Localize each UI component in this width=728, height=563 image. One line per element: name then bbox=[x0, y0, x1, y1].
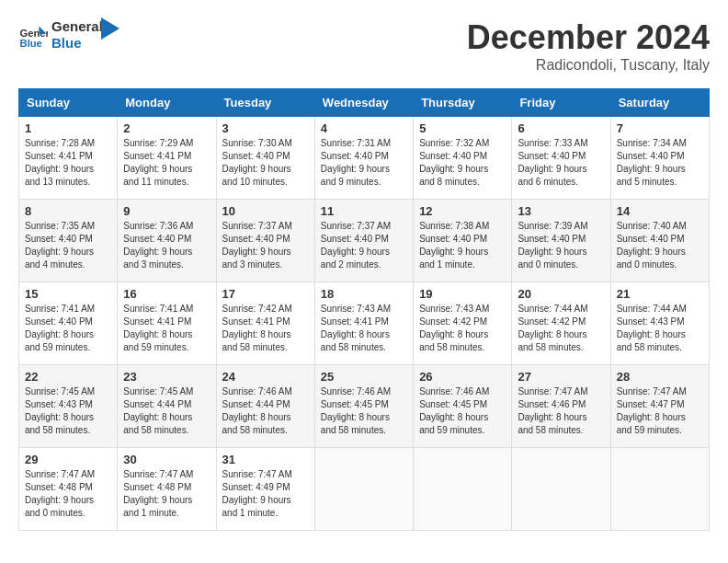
weekday-header-friday: Friday bbox=[512, 89, 610, 117]
day-info: Sunrise: 7:47 AMSunset: 4:48 PMDaylight:… bbox=[123, 468, 210, 520]
day-info: Sunrise: 7:44 AMSunset: 4:42 PMDaylight:… bbox=[518, 303, 604, 354]
day-number: 25 bbox=[321, 370, 407, 384]
day-info: Sunrise: 7:43 AMSunset: 4:41 PMDaylight:… bbox=[321, 303, 407, 354]
day-info: Sunrise: 7:38 AMSunset: 4:40 PMDaylight:… bbox=[419, 220, 506, 271]
day-info: Sunrise: 7:39 AMSunset: 4:40 PMDaylight:… bbox=[518, 220, 604, 271]
day-number: 29 bbox=[25, 453, 111, 466]
day-number: 13 bbox=[518, 204, 604, 218]
calendar-cell: 7Sunrise: 7:34 AMSunset: 4:40 PMDaylight… bbox=[610, 117, 709, 200]
weekday-header-thursday: Thursday bbox=[414, 89, 512, 117]
day-number: 9 bbox=[123, 204, 210, 218]
calendar-cell bbox=[512, 448, 610, 531]
day-info: Sunrise: 7:32 AMSunset: 4:40 PMDaylight:… bbox=[419, 137, 506, 189]
logo-subtext: Blue bbox=[51, 35, 103, 52]
calendar-week-row: 8Sunrise: 7:35 AMSunset: 4:40 PMDaylight… bbox=[19, 200, 710, 282]
calendar-week-row: 29Sunrise: 7:47 AMSunset: 4:48 PMDayligh… bbox=[19, 448, 710, 531]
day-info: Sunrise: 7:30 AMSunset: 4:40 PMDaylight:… bbox=[222, 137, 309, 189]
day-number: 23 bbox=[123, 370, 210, 384]
calendar-cell: 1Sunrise: 7:28 AMSunset: 4:41 PMDaylight… bbox=[19, 117, 118, 200]
location-title: Radicondoli, Tuscany, Italy bbox=[467, 57, 710, 74]
day-number: 5 bbox=[419, 121, 506, 135]
logo-icon: General Blue bbox=[18, 20, 48, 50]
day-info: Sunrise: 7:35 AMSunset: 4:40 PMDaylight:… bbox=[25, 220, 111, 271]
day-info: Sunrise: 7:47 AMSunset: 4:47 PMDaylight:… bbox=[617, 385, 703, 437]
day-info: Sunrise: 7:47 AMSunset: 4:48 PMDaylight:… bbox=[25, 468, 111, 520]
calendar-cell: 27Sunrise: 7:47 AMSunset: 4:46 PMDayligh… bbox=[512, 365, 610, 448]
day-number: 21 bbox=[617, 287, 703, 301]
logo: General Blue General Blue bbox=[18, 18, 119, 52]
day-info: Sunrise: 7:46 AMSunset: 4:44 PMDaylight:… bbox=[222, 385, 309, 437]
calendar-cell: 3Sunrise: 7:30 AMSunset: 4:40 PMDaylight… bbox=[216, 117, 314, 200]
calendar-header-row: SundayMondayTuesdayWednesdayThursdayFrid… bbox=[19, 89, 710, 117]
weekday-header-sunday: Sunday bbox=[19, 89, 118, 117]
calendar-cell: 17Sunrise: 7:42 AMSunset: 4:41 PMDayligh… bbox=[216, 282, 314, 365]
day-number: 14 bbox=[617, 204, 703, 218]
calendar-cell: 5Sunrise: 7:32 AMSunset: 4:40 PMDaylight… bbox=[414, 117, 512, 200]
day-info: Sunrise: 7:46 AMSunset: 4:45 PMDaylight:… bbox=[321, 385, 407, 437]
weekday-header-tuesday: Tuesday bbox=[216, 89, 314, 117]
month-title: December 2024 bbox=[467, 18, 710, 57]
day-info: Sunrise: 7:28 AMSunset: 4:41 PMDaylight:… bbox=[25, 137, 111, 189]
day-number: 20 bbox=[518, 287, 604, 301]
day-number: 27 bbox=[518, 370, 604, 384]
day-number: 31 bbox=[222, 453, 309, 466]
calendar-cell: 23Sunrise: 7:45 AMSunset: 4:44 PMDayligh… bbox=[118, 365, 216, 448]
day-info: Sunrise: 7:42 AMSunset: 4:41 PMDaylight:… bbox=[222, 303, 309, 354]
day-number: 30 bbox=[123, 453, 210, 466]
logo-arrow-icon bbox=[101, 17, 119, 45]
calendar-cell: 4Sunrise: 7:31 AMSunset: 4:40 PMDaylight… bbox=[314, 117, 413, 200]
weekday-header-wednesday: Wednesday bbox=[314, 89, 413, 117]
page-header: General Blue General Blue December 2024 … bbox=[18, 18, 710, 74]
day-info: Sunrise: 7:46 AMSunset: 4:45 PMDaylight:… bbox=[419, 385, 506, 437]
calendar-cell: 12Sunrise: 7:38 AMSunset: 4:40 PMDayligh… bbox=[414, 200, 512, 282]
day-info: Sunrise: 7:47 AMSunset: 4:49 PMDaylight:… bbox=[222, 468, 309, 520]
day-number: 11 bbox=[321, 204, 407, 218]
day-info: Sunrise: 7:45 AMSunset: 4:43 PMDaylight:… bbox=[25, 385, 111, 437]
calendar-cell: 22Sunrise: 7:45 AMSunset: 4:43 PMDayligh… bbox=[19, 365, 118, 448]
calendar-cell: 31Sunrise: 7:47 AMSunset: 4:49 PMDayligh… bbox=[216, 448, 314, 531]
day-number: 18 bbox=[321, 287, 407, 301]
day-info: Sunrise: 7:41 AMSunset: 4:41 PMDaylight:… bbox=[123, 303, 210, 354]
day-number: 26 bbox=[419, 370, 506, 384]
calendar-cell: 11Sunrise: 7:37 AMSunset: 4:40 PMDayligh… bbox=[314, 200, 413, 282]
day-info: Sunrise: 7:41 AMSunset: 4:40 PMDaylight:… bbox=[25, 303, 111, 354]
day-number: 1 bbox=[25, 121, 111, 135]
calendar-cell: 19Sunrise: 7:43 AMSunset: 4:42 PMDayligh… bbox=[414, 282, 512, 365]
svg-text:Blue: Blue bbox=[20, 38, 42, 49]
day-number: 15 bbox=[25, 287, 111, 301]
day-info: Sunrise: 7:33 AMSunset: 4:40 PMDaylight:… bbox=[518, 137, 604, 189]
day-info: Sunrise: 7:37 AMSunset: 4:40 PMDaylight:… bbox=[321, 220, 407, 271]
day-number: 10 bbox=[222, 204, 309, 218]
day-number: 17 bbox=[222, 287, 309, 301]
calendar-cell: 20Sunrise: 7:44 AMSunset: 4:42 PMDayligh… bbox=[512, 282, 610, 365]
day-info: Sunrise: 7:31 AMSunset: 4:40 PMDaylight:… bbox=[321, 137, 407, 189]
calendar-cell: 18Sunrise: 7:43 AMSunset: 4:41 PMDayligh… bbox=[314, 282, 413, 365]
calendar-week-row: 22Sunrise: 7:45 AMSunset: 4:43 PMDayligh… bbox=[19, 365, 710, 448]
calendar-cell: 25Sunrise: 7:46 AMSunset: 4:45 PMDayligh… bbox=[314, 365, 413, 448]
day-number: 16 bbox=[123, 287, 210, 301]
day-number: 7 bbox=[617, 121, 703, 135]
calendar-cell: 24Sunrise: 7:46 AMSunset: 4:44 PMDayligh… bbox=[216, 365, 314, 448]
logo-text: General bbox=[51, 18, 103, 35]
day-number: 2 bbox=[123, 121, 210, 135]
calendar-week-row: 15Sunrise: 7:41 AMSunset: 4:40 PMDayligh… bbox=[19, 282, 710, 365]
day-number: 22 bbox=[25, 370, 111, 384]
calendar-week-row: 1Sunrise: 7:28 AMSunset: 4:41 PMDaylight… bbox=[19, 117, 710, 200]
day-info: Sunrise: 7:45 AMSunset: 4:44 PMDaylight:… bbox=[123, 385, 210, 437]
calendar-cell: 2Sunrise: 7:29 AMSunset: 4:41 PMDaylight… bbox=[118, 117, 216, 200]
calendar-cell: 9Sunrise: 7:36 AMSunset: 4:40 PMDaylight… bbox=[118, 200, 216, 282]
calendar-table: SundayMondayTuesdayWednesdayThursdayFrid… bbox=[18, 88, 710, 531]
calendar-cell: 28Sunrise: 7:47 AMSunset: 4:47 PMDayligh… bbox=[610, 365, 709, 448]
calendar-cell: 13Sunrise: 7:39 AMSunset: 4:40 PMDayligh… bbox=[512, 200, 610, 282]
svg-marker-3 bbox=[101, 17, 119, 40]
calendar-cell: 15Sunrise: 7:41 AMSunset: 4:40 PMDayligh… bbox=[19, 282, 118, 365]
day-number: 19 bbox=[419, 287, 506, 301]
calendar-cell: 10Sunrise: 7:37 AMSunset: 4:40 PMDayligh… bbox=[216, 200, 314, 282]
day-number: 3 bbox=[222, 121, 309, 135]
day-info: Sunrise: 7:44 AMSunset: 4:43 PMDaylight:… bbox=[617, 303, 703, 354]
calendar-cell: 14Sunrise: 7:40 AMSunset: 4:40 PMDayligh… bbox=[610, 200, 709, 282]
calendar-cell: 30Sunrise: 7:47 AMSunset: 4:48 PMDayligh… bbox=[118, 448, 216, 531]
calendar-cell bbox=[610, 448, 709, 531]
day-info: Sunrise: 7:34 AMSunset: 4:40 PMDaylight:… bbox=[617, 137, 703, 189]
calendar-cell bbox=[314, 448, 413, 531]
